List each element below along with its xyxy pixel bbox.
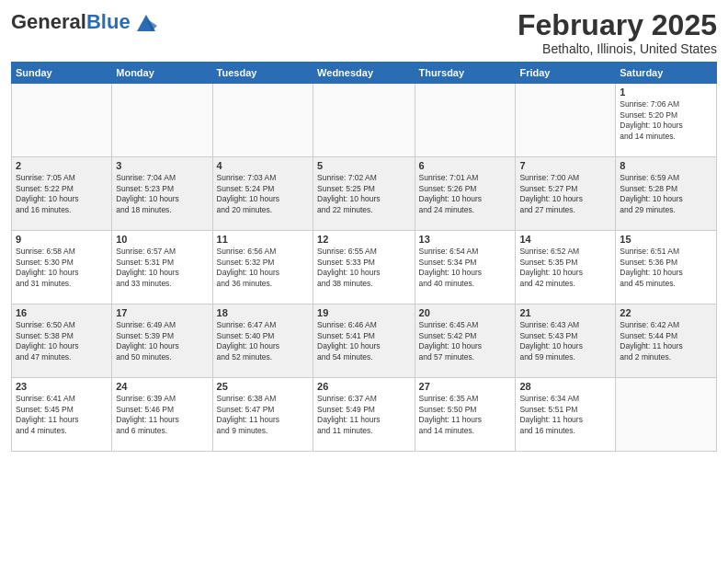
table-row [212,84,313,157]
table-row [415,84,516,157]
day-number: 27 [419,381,512,392]
day-info: Sunrise: 6:38 AM Sunset: 5:47 PM Dayligh… [217,394,309,436]
day-info: Sunrise: 6:47 AM Sunset: 5:40 PM Dayligh… [217,320,309,362]
day-info: Sunrise: 6:49 AM Sunset: 5:39 PM Dayligh… [116,320,208,362]
table-row: 24Sunrise: 6:39 AM Sunset: 5:46 PM Dayli… [112,378,212,452]
col-tuesday: Tuesday [212,63,313,84]
day-info: Sunrise: 7:02 AM Sunset: 5:25 PM Dayligh… [317,173,410,215]
table-row [313,84,415,157]
day-number: 4 [217,160,309,171]
day-number: 5 [317,160,410,171]
table-row: 26Sunrise: 6:37 AM Sunset: 5:49 PM Dayli… [313,378,415,452]
day-info: Sunrise: 7:06 AM Sunset: 5:20 PM Dayligh… [620,99,712,142]
day-number: 17 [116,307,208,318]
table-row: 6Sunrise: 7:01 AM Sunset: 5:26 PM Daylig… [415,157,516,231]
table-row: 1Sunrise: 7:06 AM Sunset: 5:20 PM Daylig… [616,84,717,157]
day-number: 14 [519,234,611,245]
logo-icon [133,9,159,35]
day-number: 15 [620,234,712,245]
table-row: 17Sunrise: 6:49 AM Sunset: 5:39 PM Dayli… [112,304,212,378]
calendar-header-row: Sunday Monday Tuesday Wednesday Thursday… [12,63,717,84]
day-number: 3 [116,160,208,171]
day-number: 1 [620,86,712,98]
month-title: February 2025 [518,9,717,41]
calendar-week-row: 1Sunrise: 7:06 AM Sunset: 5:20 PM Daylig… [12,84,717,157]
table-row [12,84,112,157]
calendar-week-row: 16Sunrise: 6:50 AM Sunset: 5:38 PM Dayli… [12,304,717,378]
day-number: 28 [519,381,611,392]
day-number: 13 [419,234,512,245]
calendar-table: Sunday Monday Tuesday Wednesday Thursday… [11,62,717,452]
table-row [616,378,717,452]
day-number: 18 [217,307,309,318]
table-row: 14Sunrise: 6:52 AM Sunset: 5:35 PM Dayli… [516,231,616,304]
day-info: Sunrise: 6:46 AM Sunset: 5:41 PM Dayligh… [317,320,410,362]
day-info: Sunrise: 6:58 AM Sunset: 5:30 PM Dayligh… [16,247,108,289]
day-info: Sunrise: 6:39 AM Sunset: 5:46 PM Dayligh… [116,394,208,436]
day-number: 24 [116,381,208,392]
day-info: Sunrise: 6:41 AM Sunset: 5:45 PM Dayligh… [16,394,108,436]
day-info: Sunrise: 6:43 AM Sunset: 5:43 PM Dayligh… [519,320,611,362]
calendar-week-row: 23Sunrise: 6:41 AM Sunset: 5:45 PM Dayli… [12,378,717,452]
day-info: Sunrise: 6:57 AM Sunset: 5:31 PM Dayligh… [116,247,208,289]
day-number: 20 [419,307,512,318]
table-row: 25Sunrise: 6:38 AM Sunset: 5:47 PM Dayli… [212,378,313,452]
day-number: 16 [16,307,108,318]
day-number: 12 [317,234,410,245]
header: GeneralBlue February 2025 Bethalto, Illi… [11,9,717,56]
day-number: 2 [16,160,108,171]
day-info: Sunrise: 7:01 AM Sunset: 5:26 PM Dayligh… [419,173,512,215]
col-friday: Friday [516,63,616,84]
day-info: Sunrise: 6:56 AM Sunset: 5:32 PM Dayligh… [217,247,309,289]
col-sunday: Sunday [12,63,112,84]
calendar-week-row: 9Sunrise: 6:58 AM Sunset: 5:30 PM Daylig… [12,231,717,304]
day-number: 9 [16,234,108,245]
logo-general-text: GeneralBlue [11,11,131,33]
day-info: Sunrise: 6:50 AM Sunset: 5:38 PM Dayligh… [16,320,108,362]
day-number: 10 [116,234,208,245]
table-row: 21Sunrise: 6:43 AM Sunset: 5:43 PM Dayli… [516,304,616,378]
table-row: 12Sunrise: 6:55 AM Sunset: 5:33 PM Dayli… [313,231,415,304]
location: Bethalto, Illinois, United States [518,41,717,56]
col-wednesday: Wednesday [313,63,415,84]
day-info: Sunrise: 6:59 AM Sunset: 5:28 PM Dayligh… [620,173,712,215]
table-row: 22Sunrise: 6:42 AM Sunset: 5:44 PM Dayli… [616,304,717,378]
day-number: 22 [620,307,712,318]
day-number: 6 [419,160,512,171]
table-row: 11Sunrise: 6:56 AM Sunset: 5:32 PM Dayli… [212,231,313,304]
table-row: 9Sunrise: 6:58 AM Sunset: 5:30 PM Daylig… [12,231,112,304]
table-row: 5Sunrise: 7:02 AM Sunset: 5:25 PM Daylig… [313,157,415,231]
day-number: 7 [519,160,611,171]
day-info: Sunrise: 6:51 AM Sunset: 5:36 PM Dayligh… [620,247,712,289]
day-info: Sunrise: 6:55 AM Sunset: 5:33 PM Dayligh… [317,247,410,289]
day-info: Sunrise: 6:52 AM Sunset: 5:35 PM Dayligh… [519,247,611,289]
table-row: 20Sunrise: 6:45 AM Sunset: 5:42 PM Dayli… [415,304,516,378]
table-row: 7Sunrise: 7:00 AM Sunset: 5:27 PM Daylig… [516,157,616,231]
day-info: Sunrise: 6:54 AM Sunset: 5:34 PM Dayligh… [419,247,512,289]
day-number: 8 [620,160,712,171]
day-number: 21 [519,307,611,318]
table-row: 13Sunrise: 6:54 AM Sunset: 5:34 PM Dayli… [415,231,516,304]
day-number: 23 [16,381,108,392]
table-row [112,84,212,157]
day-info: Sunrise: 7:00 AM Sunset: 5:27 PM Dayligh… [519,173,611,215]
table-row: 2Sunrise: 7:05 AM Sunset: 5:22 PM Daylig… [12,157,112,231]
table-row: 18Sunrise: 6:47 AM Sunset: 5:40 PM Dayli… [212,304,313,378]
day-info: Sunrise: 7:04 AM Sunset: 5:23 PM Dayligh… [116,173,208,215]
table-row: 4Sunrise: 7:03 AM Sunset: 5:24 PM Daylig… [212,157,313,231]
table-row: 23Sunrise: 6:41 AM Sunset: 5:45 PM Dayli… [12,378,112,452]
table-row [516,84,616,157]
day-info: Sunrise: 6:37 AM Sunset: 5:49 PM Dayligh… [317,394,410,436]
day-info: Sunrise: 6:34 AM Sunset: 5:51 PM Dayligh… [519,394,611,436]
table-row: 8Sunrise: 6:59 AM Sunset: 5:28 PM Daylig… [616,157,717,231]
table-row: 19Sunrise: 6:46 AM Sunset: 5:41 PM Dayli… [313,304,415,378]
title-block: February 2025 Bethalto, Illinois, United… [518,9,717,56]
day-info: Sunrise: 7:03 AM Sunset: 5:24 PM Dayligh… [217,173,309,215]
table-row: 3Sunrise: 7:04 AM Sunset: 5:23 PM Daylig… [112,157,212,231]
calendar-week-row: 2Sunrise: 7:05 AM Sunset: 5:22 PM Daylig… [12,157,717,231]
table-row: 15Sunrise: 6:51 AM Sunset: 5:36 PM Dayli… [616,231,717,304]
page-container: GeneralBlue February 2025 Bethalto, Illi… [0,0,728,459]
table-row: 28Sunrise: 6:34 AM Sunset: 5:51 PM Dayli… [516,378,616,452]
day-info: Sunrise: 6:35 AM Sunset: 5:50 PM Dayligh… [419,394,512,436]
col-thursday: Thursday [415,63,516,84]
